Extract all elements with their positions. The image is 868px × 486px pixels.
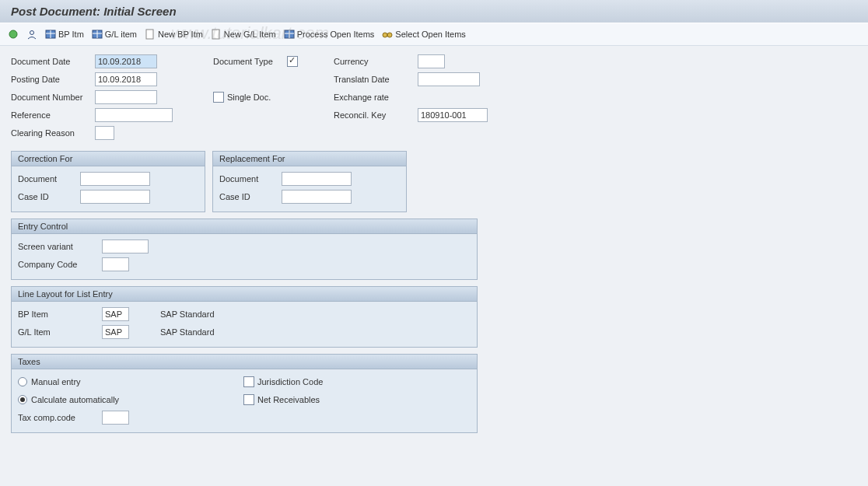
correction-case-input[interactable] (80, 190, 150, 204)
reconcil-label: Reconcil. Key (334, 110, 418, 120)
entry-control-panel: Entry Control Screen variant Company Cod… (11, 219, 478, 280)
correction-title: Correction For (12, 152, 205, 166)
doc-date-input[interactable] (95, 54, 157, 68)
bp-item-input[interactable] (102, 307, 129, 321)
replacement-case-input[interactable] (282, 190, 352, 204)
manual-entry-radio[interactable] (18, 377, 27, 386)
select-open-items-button[interactable]: Select Open Items (382, 28, 466, 40)
gl-item-button[interactable]: G/L item (92, 28, 137, 40)
new-bp-itm-label: New BP Itm (158, 30, 203, 39)
doc-type-label: Document Type (213, 57, 287, 66)
new-gl-item-button[interactable]: New G/L Item (211, 28, 276, 40)
new-doc-icon (211, 29, 222, 40)
layout-title: Line Layout for List Entry (12, 287, 477, 302)
tax-comp-label: Tax comp.code (18, 413, 102, 422)
clearing-reason-label: Clearing Reason (11, 128, 95, 138)
new-gl-item-label: New G/L Item (224, 30, 276, 39)
single-doc-checkbox[interactable] (213, 92, 224, 103)
correction-doc-input[interactable] (80, 172, 150, 186)
svg-rect-9 (212, 30, 219, 39)
user-icon (26, 29, 37, 40)
company-label: Company Code (18, 260, 102, 269)
table-icon (92, 29, 103, 40)
bp-itm-label: BP Itm (58, 30, 84, 39)
reference-input[interactable] (95, 108, 173, 122)
posting-date-label: Posting Date (11, 75, 95, 84)
gl-item-desc: SAP Standard (160, 327, 238, 337)
manual-entry-label: Manual entry (31, 377, 81, 386)
transl-date-label: Translatn Date (334, 75, 418, 84)
process-open-items-button[interactable]: Process Open Items (284, 28, 375, 40)
reference-label: Reference (11, 110, 95, 120)
exch-rate-label: Exchange rate (334, 93, 418, 102)
svg-point-0 (9, 30, 17, 38)
new-doc-icon (145, 29, 156, 40)
replacement-doc-label: Document (219, 174, 282, 184)
svg-point-13 (383, 33, 387, 37)
table-icon (45, 29, 56, 40)
bp-itm-button[interactable]: BP Itm (45, 28, 84, 40)
correction-case-label: Case ID (18, 192, 80, 201)
binoculars-icon (382, 29, 393, 40)
page-title: Post Document: Initial Screen (0, 0, 868, 23)
transl-date-input[interactable] (418, 72, 480, 86)
net-receivables-checkbox[interactable] (243, 394, 254, 405)
replacement-title: Replacement For (213, 152, 406, 166)
gl-item-label: G/L Item (18, 327, 102, 337)
toolbar: BP Itm G/L item New BP Itm New G/L Item … (0, 23, 868, 46)
entry-title: Entry Control (12, 219, 477, 234)
execute-icon (8, 29, 19, 40)
clearing-reason-input[interactable] (95, 126, 114, 140)
svg-rect-8 (146, 30, 153, 39)
company-input[interactable] (102, 257, 129, 271)
taxes-title: Taxes (12, 355, 477, 369)
new-bp-itm-button[interactable]: New BP Itm (145, 28, 203, 40)
jurisdiction-label: Jurisdiction Code (257, 377, 323, 386)
tax-comp-input[interactable] (102, 411, 129, 425)
reconcil-input[interactable] (418, 108, 488, 122)
correction-panel: Correction For Document Case ID (11, 151, 205, 212)
doc-number-label: Document Number (11, 93, 95, 102)
posting-date-input[interactable] (95, 72, 157, 86)
single-doc-label: Single Doc. (227, 93, 271, 102)
gl-item-label: G/L item (105, 30, 137, 39)
process-open-items-label: Process Open Items (297, 30, 375, 39)
calc-auto-radio[interactable] (18, 395, 27, 404)
replacement-case-label: Case ID (219, 192, 282, 201)
doc-date-label: Document Date (11, 57, 95, 66)
correction-doc-label: Document (18, 174, 80, 184)
jurisdiction-checkbox[interactable] (243, 376, 254, 387)
calc-auto-label: Calculate automatically (31, 395, 119, 404)
execute-button[interactable] (8, 28, 19, 40)
variant-label: Screen variant (18, 242, 102, 251)
taxes-panel: Taxes Manual entry Calculate automatical… (11, 354, 478, 433)
currency-input[interactable] (418, 54, 445, 68)
doc-number-input[interactable] (95, 90, 157, 104)
svg-point-1 (30, 31, 34, 35)
user-button[interactable] (26, 28, 37, 40)
svg-point-14 (387, 33, 392, 37)
line-layout-panel: Line Layout for List Entry BP Item SAP S… (11, 286, 478, 348)
replacement-doc-input[interactable] (282, 172, 352, 186)
doc-type-checkbox[interactable] (287, 56, 298, 67)
net-receivables-label: Net Receivables (257, 395, 320, 404)
bp-item-desc: SAP Standard (160, 309, 238, 319)
table-icon (284, 29, 295, 40)
currency-label: Currency (334, 57, 418, 66)
replacement-panel: Replacement For Document Case ID (212, 151, 407, 212)
select-open-items-label: Select Open Items (395, 30, 466, 39)
variant-input[interactable] (102, 240, 149, 253)
bp-item-label: BP Item (18, 309, 102, 319)
gl-item-input[interactable] (102, 325, 129, 339)
